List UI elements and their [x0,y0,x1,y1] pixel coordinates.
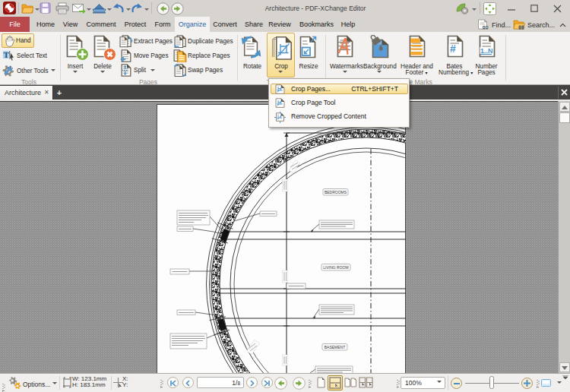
svg-text:LIVING ROOM: LIVING ROOM [323,265,348,270]
svg-text:BEDROOMS: BEDROOMS [325,190,347,194]
svg-text:1..N: 1..N [480,47,493,55]
svg-text:#: # [450,43,456,55]
svg-text:BASEMENT: BASEMENT [325,345,346,349]
svg-text:T: T [4,50,10,59]
